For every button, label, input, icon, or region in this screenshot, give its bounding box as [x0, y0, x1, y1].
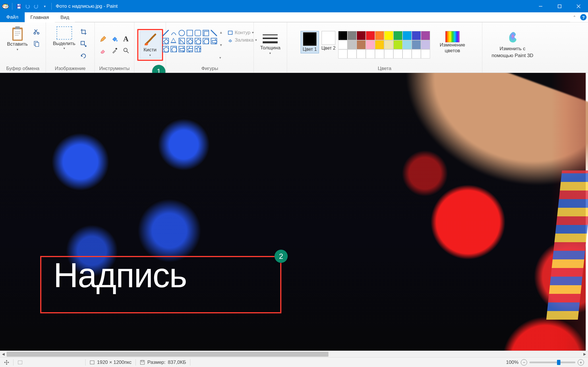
palette-swatch[interactable] [384, 50, 393, 58]
fill-tool[interactable] [109, 34, 120, 44]
rotate-button[interactable] [80, 52, 88, 60]
scroll-right-icon[interactable]: ▶ [581, 351, 588, 358]
brushes-button[interactable]: Кисти ▾ [140, 31, 161, 59]
help-button[interactable]: ? [579, 12, 588, 22]
palette-swatch[interactable] [421, 40, 430, 49]
palette-swatch[interactable] [348, 40, 356, 49]
paste-button[interactable]: Вставить ▾ [5, 26, 29, 52]
svg-rect-25 [81, 41, 84, 45]
palette-swatch[interactable] [348, 50, 356, 58]
shapes-expand-icon[interactable]: ▾ [219, 56, 223, 60]
group-paint3d: Изменить с помощью Paint 3D . [482, 22, 543, 73]
file-size-pane: Размер: 837,0КБ [136, 358, 190, 367]
palette-swatch[interactable] [375, 31, 384, 40]
palette-swatch[interactable] [384, 31, 393, 40]
color2-button[interactable]: Цвет 2 [322, 31, 336, 51]
minimize-button[interactable] [531, 0, 550, 12]
palette-swatch[interactable] [421, 50, 430, 58]
palette-swatch[interactable] [366, 31, 375, 40]
palette-swatch[interactable] [403, 40, 411, 49]
pencil-tool[interactable] [98, 34, 108, 44]
qat-customize-icon[interactable]: ▾ [41, 3, 49, 10]
palette-swatch[interactable] [339, 31, 347, 40]
maximize-button[interactable] [550, 0, 569, 12]
shapes-gallery[interactable] [163, 30, 217, 52]
palette-swatch[interactable] [394, 31, 402, 40]
scrollbar-thumb[interactable] [7, 352, 328, 357]
svg-rect-45 [140, 360, 144, 364]
magnifier-tool[interactable] [121, 45, 131, 56]
palette-swatch[interactable] [403, 31, 411, 40]
svg-rect-42 [228, 31, 232, 34]
palette-swatch[interactable] [375, 40, 384, 49]
select-button[interactable]: Выделить ▾ [53, 26, 75, 50]
crop-button[interactable] [80, 28, 88, 36]
tab-view[interactable]: Вид [55, 12, 75, 22]
palette-swatch[interactable] [412, 50, 421, 58]
close-button[interactable] [569, 0, 588, 12]
palette-swatch[interactable] [357, 31, 365, 40]
cut-button[interactable] [32, 28, 40, 36]
color-palette[interactable] [339, 31, 430, 58]
palette-swatch[interactable] [394, 50, 402, 58]
paint3d-button[interactable]: Изменить с помощью Paint 3D [492, 31, 533, 59]
redo-icon[interactable] [32, 3, 40, 10]
palette-swatch[interactable] [366, 40, 375, 49]
shape-fill-button[interactable]: Заливка▾ [227, 37, 257, 43]
group-shapes-label: Фигуры [201, 65, 218, 72]
color-picker-tool[interactable] [109, 45, 120, 56]
svg-marker-41 [196, 47, 201, 52]
svg-line-29 [127, 51, 129, 53]
shapes-scroll-up-icon[interactable]: ▲ [219, 30, 223, 34]
chevron-down-icon: ▾ [17, 48, 18, 51]
tab-home[interactable]: Главная [25, 12, 55, 22]
shapes-scroll-down-icon[interactable]: ▼ [219, 43, 223, 47]
svg-point-5 [7, 5, 8, 7]
group-image-label: Изображение [55, 65, 86, 72]
dimensions-icon [90, 360, 95, 365]
shape-outline-button[interactable]: Контур▾ [227, 30, 257, 36]
paste-label: Вставить [7, 41, 28, 47]
palette-swatch[interactable] [394, 40, 402, 49]
zoom-in-button[interactable]: + [578, 359, 584, 366]
palette-swatch[interactable] [357, 40, 365, 49]
color1-button[interactable]: Цвет 1 [301, 31, 318, 53]
save-icon[interactable] [15, 3, 23, 10]
horizontal-scrollbar[interactable]: ◀ ▶ [0, 351, 588, 357]
palette-swatch[interactable] [412, 40, 421, 49]
window-title: Фото с надписью.jpg - Paint [56, 3, 118, 9]
annotation-badge-2: 2 [274, 250, 288, 263]
resize-button[interactable] [80, 40, 88, 48]
size-button[interactable]: Толщина ▾ [258, 34, 282, 56]
palette-swatch[interactable] [412, 31, 421, 40]
selection-icon [18, 360, 23, 365]
paint3d-label-1: Изменить с [500, 46, 525, 52]
palette-swatch[interactable] [339, 50, 347, 58]
canvas-dimensions: 1920 × 1200пкс [97, 360, 131, 365]
palette-swatch[interactable] [403, 50, 411, 58]
scroll-left-icon[interactable]: ◀ [0, 351, 7, 358]
zoom-out-button[interactable]: − [521, 359, 527, 366]
color1-label: Цвет 1 [303, 47, 317, 52]
clipboard-icon [11, 27, 24, 41]
palette-swatch[interactable] [375, 50, 384, 58]
collapse-ribbon-icon[interactable]: ⌃ [570, 12, 579, 22]
copy-button[interactable] [32, 40, 40, 48]
undo-icon[interactable] [24, 3, 31, 10]
palette-swatch[interactable] [339, 40, 347, 49]
palette-swatch[interactable] [348, 31, 356, 40]
palette-swatch[interactable] [366, 50, 375, 58]
tab-file[interactable]: Файл [0, 12, 25, 22]
canvas[interactable]: Надпись 2 [0, 73, 586, 351]
edit-colors-button[interactable]: Изменение цветов [437, 31, 468, 54]
text-tool[interactable]: A [121, 34, 131, 44]
palette-swatch[interactable] [384, 40, 393, 49]
file-size-value: 837,0КБ [168, 360, 186, 365]
help-icon: ? [580, 14, 587, 20]
svg-marker-37 [164, 47, 169, 52]
palette-swatch[interactable] [357, 50, 365, 58]
palette-swatch[interactable] [421, 31, 430, 40]
zoom-slider[interactable] [529, 362, 575, 363]
chevron-down-icon: ▾ [269, 51, 271, 55]
eraser-tool[interactable] [98, 45, 108, 56]
